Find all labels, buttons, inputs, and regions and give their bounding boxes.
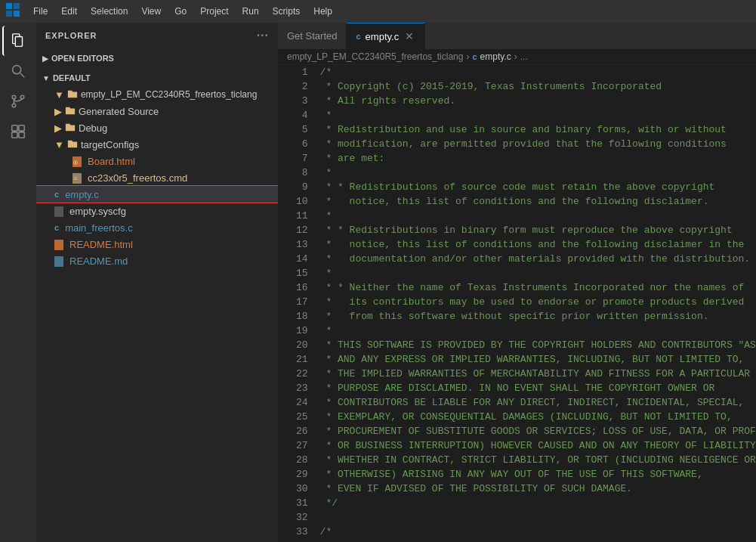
default-label: DEFAULT bbox=[53, 73, 91, 82]
tab-get-started[interactable]: Get Started bbox=[278, 23, 347, 49]
tree-item-readme-md[interactable]: README.md bbox=[36, 252, 278, 269]
breadcrumb-root: empty_LP_EM_CC2340R5_freertos_ticlang bbox=[287, 51, 463, 62]
svg-rect-1 bbox=[14, 3, 20, 9]
board-file-icon: ◎ bbox=[73, 155, 82, 167]
tree-item-readme-html[interactable]: README.html bbox=[36, 236, 278, 252]
menu-selection[interactable]: Selection bbox=[85, 5, 134, 18]
sidebar-more-button[interactable]: ··· bbox=[257, 29, 269, 42]
folder-img-icon bbox=[67, 88, 78, 101]
menu-scripts[interactable]: Scripts bbox=[267, 5, 307, 18]
svg-rect-3 bbox=[14, 11, 20, 17]
readme-md-icon bbox=[54, 255, 63, 267]
debug-chevron-icon: ▶ bbox=[54, 122, 62, 134]
readme-md-label: README.md bbox=[69, 256, 128, 267]
generated-source-label: Generated Source bbox=[79, 106, 159, 117]
open-editors-chevron: ▶ bbox=[42, 54, 48, 63]
tab-close-button[interactable]: ✕ bbox=[403, 30, 415, 42]
menu-view[interactable]: View bbox=[135, 5, 167, 18]
cmd-file-icon: ≡ bbox=[73, 172, 82, 184]
target-chevron-icon: ▼ bbox=[54, 139, 64, 150]
open-editors-section: ▶ OPEN EDITORS bbox=[36, 48, 278, 68]
tree-root-folder[interactable]: ▼ empty_LP_EM_CC2340R5_freertos_ticlang bbox=[36, 86, 278, 103]
tree-item-empty-c[interactable]: c empty.c bbox=[36, 186, 278, 203]
breadcrumb-sep-1: › bbox=[466, 51, 469, 62]
readme-html-label: README.html bbox=[69, 239, 133, 250]
c-file-icon: c bbox=[54, 190, 59, 199]
activity-bar bbox=[0, 23, 36, 542]
svg-point-6 bbox=[13, 66, 21, 74]
chevron-icon: ▶ bbox=[54, 106, 62, 117]
sidebar-title: EXPLORER bbox=[45, 31, 97, 40]
activity-explorer[interactable] bbox=[2, 26, 32, 56]
activity-search[interactable] bbox=[3, 56, 33, 86]
svg-rect-15 bbox=[19, 132, 24, 138]
target-configs-label: targetConfigs bbox=[81, 139, 139, 150]
debug-label: Debug bbox=[79, 122, 107, 134]
svg-rect-5 bbox=[15, 37, 22, 47]
sidebar-header: EXPLORER ··· bbox=[36, 23, 278, 48]
title-bar: File Edit Selection View Go Project Run … bbox=[0, 0, 756, 23]
editor-area: Get Started c empty.c ✕ empty_LP_EM_CC23… bbox=[278, 23, 756, 542]
menu-bar: File Edit Selection View Go Project Run … bbox=[27, 5, 338, 18]
default-header[interactable]: ▼ DEFAULT bbox=[36, 70, 278, 86]
root-folder-label: empty_LP_EM_CC2340R5_freertos_ticlang bbox=[81, 89, 257, 100]
menu-help[interactable]: Help bbox=[307, 5, 338, 18]
board-html-label: Board.html bbox=[88, 156, 135, 167]
folder-icon: ▼ bbox=[54, 89, 64, 101]
breadcrumb-more: ... bbox=[520, 51, 528, 62]
tab-empty-c[interactable]: c empty.c ✕ bbox=[347, 23, 425, 49]
code-editor[interactable]: 1234567891011121314151617181920212223242… bbox=[278, 65, 756, 542]
svg-text:◎: ◎ bbox=[73, 160, 78, 165]
svg-rect-22 bbox=[54, 256, 63, 267]
svg-line-7 bbox=[20, 73, 25, 78]
menu-edit[interactable]: Edit bbox=[55, 5, 83, 18]
tree-item-main-freertos[interactable]: c main_freertos.c bbox=[36, 219, 278, 236]
menu-file[interactable]: File bbox=[27, 5, 54, 18]
svg-rect-20 bbox=[54, 206, 63, 217]
svg-rect-2 bbox=[6, 11, 12, 17]
breadcrumb-c-icon: c bbox=[472, 52, 477, 61]
default-chevron: ▼ bbox=[42, 74, 50, 82]
svg-rect-21 bbox=[54, 240, 63, 250]
open-editors-header[interactable]: ▶ OPEN EDITORS bbox=[36, 50, 278, 67]
tabs-bar: Get Started c empty.c ✕ bbox=[278, 23, 756, 49]
line-numbers: 1234567891011121314151617181920212223242… bbox=[278, 65, 320, 542]
activity-source-control[interactable] bbox=[3, 86, 33, 116]
svg-rect-12 bbox=[12, 125, 17, 131]
sidebar: EXPLORER ··· ▶ OPEN EDITORS ▼ DEFAULT bbox=[36, 23, 278, 542]
tree-item-board-html[interactable]: ◎ Board.html bbox=[36, 153, 278, 169]
syscfg-icon bbox=[54, 205, 63, 217]
svg-point-9 bbox=[20, 95, 24, 99]
menu-project[interactable]: Project bbox=[194, 5, 234, 18]
svg-rect-14 bbox=[12, 132, 17, 138]
syscfg-label: empty.syscfg bbox=[69, 206, 126, 217]
tree-item-syscfg[interactable]: empty.syscfg bbox=[36, 203, 278, 219]
code-content: /* * Copyright (c) 2015-2019, Texas Inst… bbox=[320, 65, 756, 542]
tree-item-generated-source[interactable]: ▶ Generated Source bbox=[36, 103, 278, 119]
main-c-icon: c bbox=[54, 223, 59, 232]
tab-c-icon: c bbox=[356, 32, 360, 41]
svg-rect-0 bbox=[6, 3, 12, 9]
menu-run[interactable]: Run bbox=[236, 5, 265, 18]
activity-extensions[interactable] bbox=[3, 116, 33, 147]
main-freertos-label: main_freertos.c bbox=[65, 222, 133, 234]
tree-item-debug[interactable]: ▶ Debug bbox=[36, 119, 278, 136]
open-editors-label: OPEN EDITORS bbox=[51, 54, 114, 63]
svg-text:≡: ≡ bbox=[74, 175, 78, 182]
default-section: ▼ DEFAULT ▼ empty_LP_EM_CC2340R5_freerto… bbox=[36, 68, 278, 271]
breadcrumb-file: empty.c bbox=[480, 51, 511, 62]
breadcrumb: empty_LP_EM_CC2340R5_freertos_ticlang › … bbox=[278, 49, 756, 65]
tree-item-target-configs[interactable]: ▼ targetConfigs bbox=[36, 136, 278, 153]
svg-point-8 bbox=[12, 95, 16, 99]
svg-rect-13 bbox=[19, 125, 24, 131]
breadcrumb-sep-2: › bbox=[514, 51, 517, 62]
cmd-label: cc23x0r5_freertos.cmd bbox=[88, 172, 187, 184]
app-logo bbox=[6, 3, 21, 20]
menu-go[interactable]: Go bbox=[168, 5, 193, 18]
sidebar-content: ▶ OPEN EDITORS ▼ DEFAULT ▼ empty_LP_ bbox=[36, 48, 278, 542]
svg-point-10 bbox=[12, 104, 16, 107]
tree-item-cmd[interactable]: ≡ cc23x0r5_freertos.cmd bbox=[36, 169, 278, 186]
readme-html-icon bbox=[54, 238, 63, 250]
tab-empty-c-label: empty.c bbox=[366, 31, 400, 42]
empty-c-label: empty.c bbox=[65, 189, 99, 200]
